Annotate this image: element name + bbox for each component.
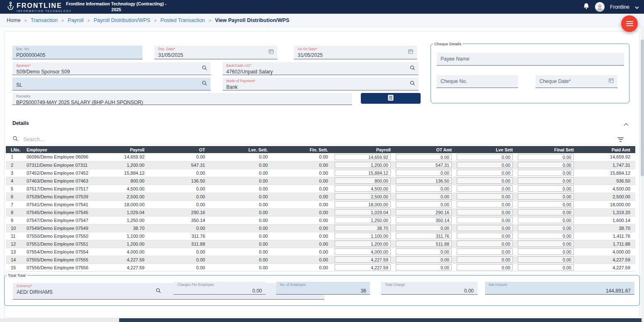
total-charge-field[interactable]: Total Charge 0.00 xyxy=(381,282,477,295)
cell-input-ot_amt[interactable]: 0.00 xyxy=(396,154,452,160)
cell-input-payroll_amt[interactable]: 1,029.04 xyxy=(335,209,391,215)
cell-input-final_sett_amt[interactable]: 0.00 xyxy=(518,217,574,223)
remarks-field[interactable]: Remarks BP25000749-MAY 2025 SALARY (BHP … xyxy=(12,93,352,105)
charges-per-employee-field[interactable]: Charges Per Employee 0.00 xyxy=(174,282,266,295)
search-icon[interactable] xyxy=(410,65,415,72)
cell-input-ot_amt[interactable]: 0.00 xyxy=(396,256,452,263)
as-on-date-field[interactable]: As On Date* 31/05/2025 xyxy=(294,46,417,59)
mode-of-payment-field[interactable]: Mode of Payment* Bank xyxy=(223,78,419,90)
cell-input-final_sett_amt[interactable]: 0.00 xyxy=(518,264,574,271)
cell-input-final_sett_amt[interactable]: 0.00 xyxy=(518,201,574,207)
cell-input-payroll_amt[interactable]: 4,227.59 xyxy=(335,264,391,271)
calendar-icon[interactable] xyxy=(608,78,614,85)
cell-input-lve_sett_amt[interactable]: 0.00 xyxy=(457,193,513,200)
cell-input-final_sett_amt[interactable]: 0.00 xyxy=(518,225,574,231)
cell-input-lve_sett_amt[interactable]: 0.00 xyxy=(457,264,513,271)
search-icon[interactable] xyxy=(410,80,415,88)
cell-input-final_sett_amt[interactable]: 0.00 xyxy=(518,170,574,176)
cell-input-lve_sett_amt[interactable]: 0.00 xyxy=(457,209,513,215)
cell-input-lve_sett_amt[interactable]: 0.00 xyxy=(457,217,513,223)
menu-fab-button[interactable] xyxy=(621,15,638,32)
cell-input-payroll_amt[interactable]: 800.00 xyxy=(335,178,391,184)
bank-cash-account-field[interactable]: Bank/Cash A/C* 47602/Unpaid Salary xyxy=(223,62,419,75)
cell-input-ot_amt[interactable]: 0.00 xyxy=(396,170,452,176)
cell-input-final_sett_amt[interactable]: 0.00 xyxy=(518,193,574,200)
cell-input-payroll_amt[interactable]: 18,000.00 xyxy=(335,201,391,207)
cell-input-payroll_amt[interactable]: 38.70 xyxy=(335,225,391,231)
payee-name-input[interactable] xyxy=(441,53,620,65)
search-icon[interactable] xyxy=(156,288,161,295)
vertical-scrollbar-thumb[interactable] xyxy=(641,39,644,176)
cell-input-payroll_amt[interactable]: 2,500.00 xyxy=(335,193,391,200)
cell-input-lve_sett_amt[interactable]: 0.00 xyxy=(457,201,513,207)
cell-input-lve_sett_amt[interactable]: 0.00 xyxy=(457,178,513,184)
cell-input-lve_sett_amt[interactable]: 0.00 xyxy=(457,154,513,160)
cell-employee: 07311/Demo Employee 07311 xyxy=(23,161,115,169)
sponsor-field[interactable]: Sponsor* S09/Demo Sponsor S09 xyxy=(12,62,211,75)
cell-input-final_sett_amt[interactable]: 0.00 xyxy=(518,154,574,160)
cell-input-final_sett_amt[interactable]: 0.00 xyxy=(518,241,574,247)
cell-input-payroll_amt[interactable]: 1,100.00 xyxy=(335,233,391,239)
cheque-date-input[interactable] xyxy=(539,75,614,88)
chevron-up-icon[interactable] xyxy=(624,120,629,128)
remarks-document-button[interactable] xyxy=(361,93,421,104)
doc-date-field[interactable]: Doc. Date* 31/05/2025 xyxy=(154,46,277,59)
doc-no-field[interactable]: Doc. No PD00000405 xyxy=(12,46,142,59)
search-icon[interactable] xyxy=(202,80,207,88)
breadcrumb-payroll[interactable]: Payroll xyxy=(68,17,83,23)
user-avatar[interactable] xyxy=(595,2,605,12)
cell-input-ot_amt[interactable]: 547.31 xyxy=(396,162,452,168)
brand-logo[interactable]: FRONTLINE INFORMATION TECHNOLOGY xyxy=(7,1,71,12)
cell-input-lve_sett_amt[interactable]: 0.00 xyxy=(457,170,513,176)
cell-input-payroll_amt[interactable]: 15,884.12 xyxy=(335,170,391,176)
cell-input-final_sett_amt[interactable]: 0.00 xyxy=(518,233,574,239)
cheque-no-input[interactable] xyxy=(441,75,514,88)
cell-input-final_sett_amt[interactable]: 0.00 xyxy=(518,162,574,168)
breadcrumb-payroll-distribution[interactable]: Payroll Distribution/WPS xyxy=(94,17,150,23)
search-icon[interactable] xyxy=(202,65,207,72)
sl-field[interactable]: SL xyxy=(12,78,211,90)
horizontal-scrollbar-thumb[interactable] xyxy=(119,318,642,322)
cell-input-ot_amt[interactable]: 0.00 xyxy=(396,185,452,192)
cell-input-payroll_amt[interactable]: 1,200.00 xyxy=(335,162,391,168)
breadcrumb-home[interactable]: Home xyxy=(7,17,20,23)
filter-icon[interactable] xyxy=(617,136,624,143)
breadcrumb-posted-transaction[interactable]: Posted Transaction xyxy=(160,17,205,23)
cell-input-payroll_amt[interactable]: 1,200.00 xyxy=(335,241,391,247)
cell-input-final_sett_amt[interactable]: 0.00 xyxy=(518,249,574,255)
user-menu[interactable]: Frontline xyxy=(610,4,629,10)
cell-input-ot_amt[interactable]: 290.16 xyxy=(396,209,452,215)
cell-input-payroll_amt[interactable]: 14,659.92 xyxy=(335,154,391,160)
cell-input-payroll_amt[interactable]: 4,500.00 xyxy=(335,185,391,192)
cell-input-lve_sett_amt[interactable]: 0.00 xyxy=(457,225,513,231)
cell-input-payroll_amt[interactable]: 1,250.00 xyxy=(335,217,391,223)
cell-input-lve_sett_amt[interactable]: 0.00 xyxy=(457,249,513,255)
cell-input-ot_amt[interactable]: 0.00 xyxy=(396,201,452,207)
cell-input-final_sett_amt[interactable]: 0.00 xyxy=(518,185,574,192)
cell-input-lve_sett_amt[interactable]: 0.00 xyxy=(457,185,513,192)
cell-fin_sett: 0.00 xyxy=(286,185,332,193)
cell-input-ot_amt[interactable]: 0.00 xyxy=(396,225,452,231)
cell-input-lve_sett_amt[interactable]: 0.00 xyxy=(457,241,513,247)
cell-input-ot_amt[interactable]: 0.00 xyxy=(396,193,452,200)
cell-input-final_sett_amt[interactable]: 0.00 xyxy=(518,256,574,263)
calendar-icon[interactable] xyxy=(408,49,414,56)
breadcrumb-transaction[interactable]: Transaction xyxy=(31,17,58,23)
cell-input-payroll_amt[interactable]: 4,000.00 xyxy=(335,249,391,255)
cell-input-final_sett_amt[interactable]: 0.00 xyxy=(518,209,574,215)
chevron-down-icon[interactable] xyxy=(635,3,639,11)
cell-input-payroll_amt[interactable]: 4,227.59 xyxy=(335,256,391,263)
cell-input-ot_amt[interactable]: 350.14 xyxy=(396,217,452,223)
cell-input-lve_sett_amt[interactable]: 0.00 xyxy=(457,256,513,263)
cell-input-lve_sett_amt[interactable]: 0.00 xyxy=(457,233,513,239)
search-input[interactable] xyxy=(23,137,148,142)
cell-input-lve_sett_amt[interactable]: 0.00 xyxy=(457,162,513,168)
cell-input-final_sett_amt[interactable]: 0.00 xyxy=(518,178,574,184)
cell-input-ot_amt[interactable]: 511.88 xyxy=(396,241,452,247)
cell-input-ot_amt[interactable]: 0.00 xyxy=(396,264,452,271)
cell-input-ot_amt[interactable]: 311.76 xyxy=(396,233,452,239)
calendar-icon[interactable] xyxy=(268,49,274,56)
cell-input-ot_amt[interactable]: 0.00 xyxy=(396,249,452,255)
cell-input-ot_amt[interactable]: 136.50 xyxy=(396,178,452,184)
notifications-bell-icon[interactable] xyxy=(583,2,590,11)
